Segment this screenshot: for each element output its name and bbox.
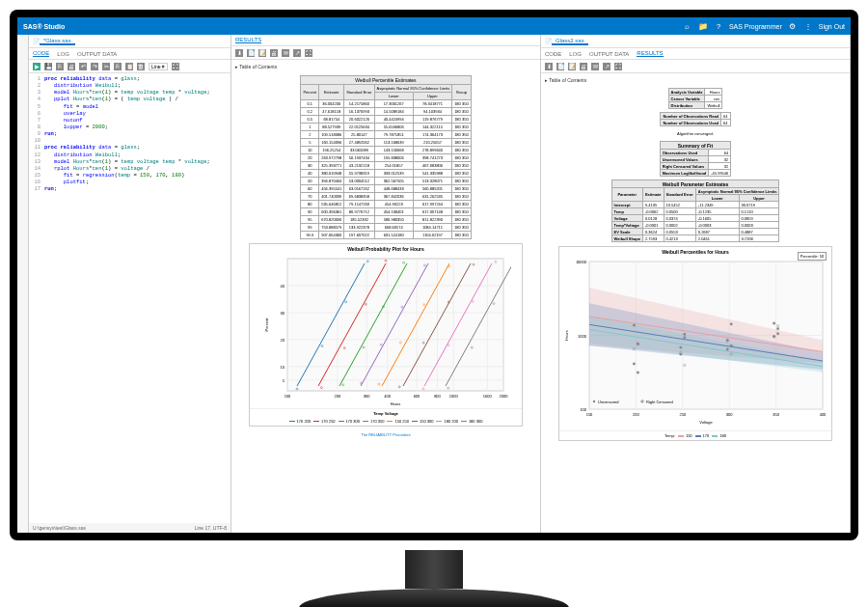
run-icon[interactable]: ▶ xyxy=(33,63,41,70)
svg-point-95 xyxy=(633,363,635,365)
status-path: U:\gensys\test\Glass.sas xyxy=(33,525,86,531)
redo-icon[interactable]: ↷ xyxy=(91,63,98,70)
pdf-icon[interactable]: 📄 xyxy=(247,49,255,57)
expand-icon[interactable]: ⛶ xyxy=(172,63,179,70)
results-area-1[interactable]: ▸ Table of Contents Weibull Percentile E… xyxy=(231,60,540,533)
print3-icon[interactable]: 🖨 xyxy=(580,63,587,70)
results-panel-2: 📄 Glass2.sas CODE LOG OUTPUT DATA RESULT… xyxy=(541,35,851,533)
svg-text:300: 300 xyxy=(364,394,370,399)
print2-icon[interactable]: 🖨 xyxy=(270,49,278,57)
svg-text:40: 40 xyxy=(281,284,285,289)
monitor-stand-base xyxy=(299,589,569,607)
newwin-icon[interactable]: ↗ xyxy=(293,49,301,57)
chart2-title: Weibull Percentiles for Hours xyxy=(559,247,831,257)
settings-icon[interactable]: ⚙ xyxy=(788,21,798,31)
tab-output[interactable]: OUTPUT DATA xyxy=(77,51,117,57)
chart1-svg: 510203040100200300400600800100016002000H… xyxy=(260,254,511,408)
rtf-icon[interactable]: 📝 xyxy=(258,49,266,57)
probability-plot: Weibull Probability Plot for Hours 51020… xyxy=(249,243,523,427)
file-tab-bar: 📄 *Glass.sas xyxy=(29,35,231,48)
svg-text:20: 20 xyxy=(281,338,285,343)
chart1-title: Weibull Probability Plot for Hours xyxy=(250,244,522,254)
proc-footer: The RELIABILITY Procedure xyxy=(233,430,538,439)
svg-text:Voltage: Voltage xyxy=(699,420,713,425)
svg-point-115 xyxy=(773,322,774,324)
monitor-frame: SAS® Studio ⌕ 📁 ? SAS Programmer ⚙ ⋮ Sig… xyxy=(10,10,858,540)
svg-text:200: 200 xyxy=(334,394,340,399)
newwin2-icon[interactable]: ↗ xyxy=(603,63,610,70)
svg-point-112 xyxy=(776,327,778,329)
help-icon[interactable]: ? xyxy=(714,21,723,31)
monitor-stand-neck xyxy=(405,550,463,589)
cut-icon[interactable]: ✂ xyxy=(102,63,110,70)
svg-text:1600: 1600 xyxy=(483,394,493,399)
svg-text:30: 30 xyxy=(281,311,285,316)
saveas-icon[interactable]: ⎘ xyxy=(56,63,64,70)
mail-icon[interactable]: ✉ xyxy=(282,49,289,57)
svg-text:200: 200 xyxy=(633,412,639,417)
info-table: Analysis VariableHoursCensor Variablecen… xyxy=(668,88,723,109)
svg-point-116 xyxy=(776,333,778,335)
nav-rail[interactable] xyxy=(17,35,29,533)
tab-code-2[interactable]: CODE xyxy=(545,51,561,57)
paste-icon[interactable]: 📋 xyxy=(125,63,133,70)
clear-icon[interactable]: 🗑 xyxy=(137,63,145,70)
user-label[interactable]: SAS Programmer xyxy=(729,23,782,30)
search-icon[interactable]: ⌕ xyxy=(683,21,692,31)
toc-label-2[interactable]: ▸ Table of Contents xyxy=(543,75,848,85)
converged-msg: Algorithm converged. xyxy=(543,129,848,138)
mail2-icon[interactable]: ✉ xyxy=(591,63,599,70)
file-tab[interactable]: *Glass.sas xyxy=(40,38,75,45)
results-area-2[interactable]: ▸ Table of Contents Analysis VariableHou… xyxy=(541,73,850,533)
tab-results[interactable]: RESULTS xyxy=(235,37,261,43)
expand3-icon[interactable]: ⛶ xyxy=(614,63,622,70)
code-editor[interactable]: 1proc reliability data = glass;2 distrib… xyxy=(29,73,231,523)
line-number-box[interactable]: Line # xyxy=(149,63,168,70)
editor-toolbar: ▶ 💾 ⎘ 🖨 ↶ ↷ ✂ ⎘ 📋 🗑 Line # ⛶ xyxy=(29,60,231,73)
status-pos: Line 17, UTF-8 xyxy=(195,525,227,531)
tab-results-2[interactable]: RESULTS xyxy=(637,50,663,57)
undo-icon[interactable]: ↶ xyxy=(79,63,87,70)
pdf-icon[interactable]: 📄 xyxy=(556,63,564,70)
folder-icon[interactable]: 📁 xyxy=(698,21,708,31)
svg-text:600: 600 xyxy=(414,394,420,399)
percentile-badge: Percentile: 50 xyxy=(798,252,827,261)
svg-text:400: 400 xyxy=(384,394,391,399)
obs-table: Number of Observations Read64Number of O… xyxy=(660,112,730,126)
screen: SAS® Studio ⌕ 📁 ? SAS Programmer ⚙ ⋮ Sig… xyxy=(17,17,851,533)
svg-text:10: 10 xyxy=(281,365,285,370)
app-header: SAS® Studio ⌕ 📁 ? SAS Programmer ⚙ ⋮ Sig… xyxy=(17,17,851,35)
tab-log[interactable]: LOG xyxy=(57,51,69,57)
results-subtabs: RESULTS xyxy=(231,35,540,46)
file-tab-2[interactable]: Glass2.sas xyxy=(552,38,588,45)
download-icon[interactable]: ⬇ xyxy=(545,63,553,70)
svg-text:150: 150 xyxy=(586,412,593,417)
percentile-table: Weibull Percentile EstimatesPercentEstim… xyxy=(300,75,471,239)
file-icon: 📄 xyxy=(33,38,40,44)
tab-code[interactable]: CODE xyxy=(33,50,49,57)
svg-text:Hours: Hours xyxy=(391,401,401,406)
svg-point-107 xyxy=(726,339,728,341)
header-right: ⌕ 📁 ? SAS Programmer ⚙ ⋮ Sign Out xyxy=(683,21,845,31)
svg-point-103 xyxy=(680,353,682,355)
param-table: Weibull Parameter EstimatesParameterEsti… xyxy=(611,179,780,242)
toc-label[interactable]: ▸ Table of Contents xyxy=(233,62,538,71)
signout-link[interactable]: Sign Out xyxy=(819,23,845,30)
download-icon[interactable]: ⬇ xyxy=(235,49,243,57)
svg-point-94 xyxy=(637,372,638,373)
chart2-svg: 100100010000150200250300350400VoltageHou… xyxy=(560,257,830,430)
status-bar: U:\gensys\test\Glass.sas Line 17, UTF-8 xyxy=(29,523,231,533)
chart2-legend: Temp: 150170180 xyxy=(559,430,831,440)
tab-log-2[interactable]: LOG xyxy=(569,51,582,57)
svg-point-113 xyxy=(773,335,774,337)
more-icon[interactable]: ⋮ xyxy=(803,21,813,31)
rtf-icon[interactable]: 📝 xyxy=(568,63,576,70)
tab-output-2[interactable]: OUTPUT DATA xyxy=(589,51,629,57)
svg-text:Hours: Hours xyxy=(564,330,569,341)
editor-subtabs: CODE LOG OUTPUT DATA xyxy=(29,48,231,60)
copy-icon[interactable]: ⎘ xyxy=(114,63,122,70)
save-icon[interactable]: 💾 xyxy=(44,63,52,70)
svg-text:100: 100 xyxy=(285,394,291,399)
print-icon[interactable]: 🖨 xyxy=(68,63,75,70)
expand2-icon[interactable]: ⛶ xyxy=(305,49,312,57)
